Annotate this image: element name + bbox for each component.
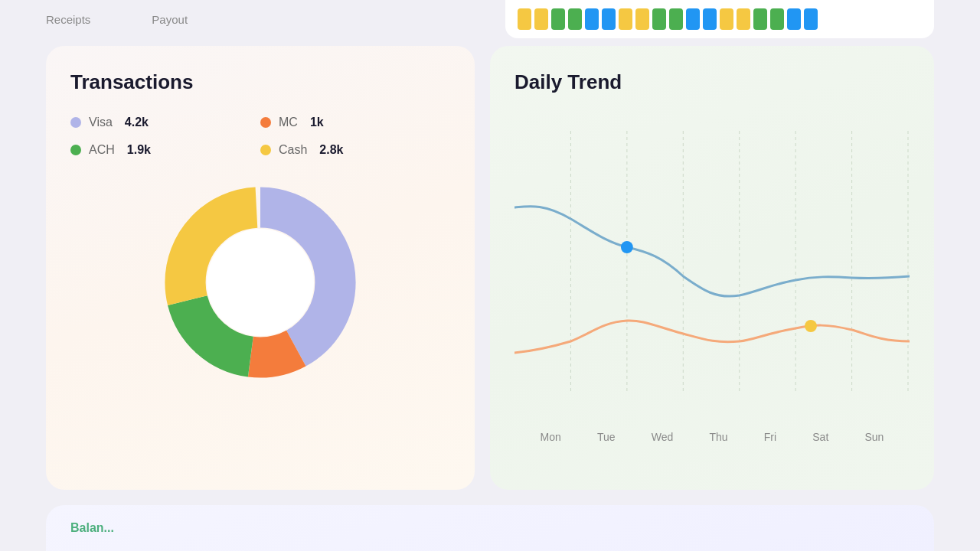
color-bar-16 (770, 8, 784, 30)
color-bar-6 (602, 8, 616, 30)
receipts-label: Receipts (46, 13, 90, 26)
blue-line (514, 207, 910, 297)
day-sun: Sun (864, 431, 884, 443)
bottom-card-label: Balan... (70, 521, 114, 535)
daily-trend-card: Daily Trend (490, 46, 934, 490)
color-bar-4 (568, 8, 582, 30)
color-bar-10 (669, 8, 683, 30)
legend-mc: MC 1k (260, 116, 450, 129)
mc-label: MC (279, 116, 298, 129)
color-bar-13 (720, 8, 733, 30)
color-bar-2 (534, 8, 548, 30)
bottom-card: Balan... (46, 505, 934, 551)
visa-value: 4.2k (125, 116, 149, 129)
legend-grid: Visa 4.2k MC 1k ACH 1.9k Cash 2.8k (70, 116, 450, 157)
orange-dot (805, 320, 817, 332)
legend-cash: Cash 2.8k (260, 143, 450, 157)
mc-dot (260, 117, 271, 128)
legend-visa: Visa 4.2k (70, 116, 260, 129)
cash-label: Cash (279, 143, 307, 157)
donut-hole (207, 229, 314, 336)
color-bar-11 (686, 8, 700, 30)
color-bar-9 (652, 8, 666, 30)
blue-dot (621, 241, 633, 253)
mc-value: 1k (310, 116, 324, 129)
color-bar-15 (753, 8, 767, 30)
trend-chart-area: Mon Tue Wed Thu Fri Sat Sun (514, 116, 910, 452)
day-fri: Fri (764, 431, 776, 443)
color-bar-3 (551, 8, 565, 30)
trend-svg (514, 116, 910, 422)
day-wed: Wed (652, 431, 674, 443)
color-bar-17 (787, 8, 801, 30)
color-bar-5 (585, 8, 599, 30)
visa-label: Visa (89, 116, 113, 129)
legend-ach: ACH 1.9k (70, 143, 260, 157)
day-mon: Mon (541, 431, 561, 443)
cash-dot (260, 145, 271, 155)
orange-line (514, 321, 910, 353)
day-thu: Thu (709, 431, 727, 443)
cash-value: 2.8k (319, 143, 343, 157)
payout-label: Payout (152, 13, 188, 26)
donut-container (70, 175, 450, 390)
cards-row: Transactions Visa 4.2k MC 1k ACH 1.9k (46, 46, 934, 490)
donut-chart (153, 175, 368, 390)
transactions-title: Transactions (70, 70, 450, 94)
color-bar-12 (703, 8, 717, 30)
daily-trend-title: Daily Trend (514, 70, 910, 94)
top-right-chart (505, 0, 934, 38)
ach-dot (70, 145, 81, 155)
ach-value: 1.9k (127, 143, 151, 157)
color-bar-1 (518, 8, 531, 30)
color-bar-18 (804, 8, 818, 30)
day-labels: Mon Tue Wed Thu Fri Sat Sun (514, 431, 910, 443)
day-sat: Sat (812, 431, 828, 443)
color-bar-14 (737, 8, 750, 30)
day-tue: Tue (597, 431, 616, 443)
top-bar-left: Receipts Payout (46, 13, 188, 26)
visa-dot (70, 117, 81, 128)
ach-label: ACH (89, 143, 115, 157)
transactions-card: Transactions Visa 4.2k MC 1k ACH 1.9k (46, 46, 475, 490)
color-bar-7 (619, 8, 632, 30)
color-bar-8 (635, 8, 649, 30)
